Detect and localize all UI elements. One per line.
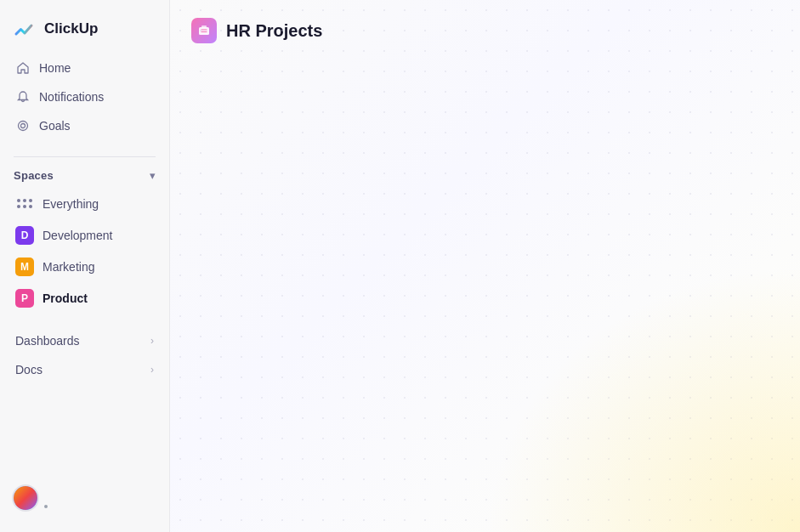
docs-left: Docs: [15, 363, 43, 376]
svg-point-1: [21, 124, 26, 128]
main-header: HR Projects: [170, 0, 800, 58]
goals-icon: [15, 118, 31, 133]
svg-point-0: [19, 122, 28, 131]
grid-dots-icon: [15, 195, 34, 213]
page-icon: [190, 17, 218, 44]
space-badge-product: P: [15, 289, 34, 308]
nav-goals[interactable]: Goals: [7, 112, 162, 139]
avatar[interactable]: [12, 484, 39, 512]
svg-rect-3: [201, 25, 207, 28]
space-badge-marketing: M: [15, 258, 34, 276]
spaces-title: Spaces: [14, 169, 54, 182]
space-everything-label: Everything: [43, 197, 99, 211]
docs-label: Docs: [15, 363, 43, 376]
nav-goals-label: Goals: [39, 119, 71, 133]
space-item-everything[interactable]: Everything: [7, 189, 162, 219]
nav-notifications[interactable]: Notifications: [7, 83, 162, 110]
main-content: HR Projects: [170, 0, 800, 532]
bottom-item-dashboards[interactable]: Dashboards ›: [7, 327, 162, 354]
sidebar-footer[interactable]: [0, 474, 169, 522]
space-development-label: Development: [43, 229, 113, 242]
space-item-product[interactable]: P Product: [7, 283, 162, 314]
logo-area[interactable]: ClickUp: [0, 10, 169, 54]
clickup-logo-icon: [14, 17, 37, 41]
nav-items: Home Notifications Goals: [0, 54, 169, 139]
home-icon: [15, 60, 31, 76]
nav-home[interactable]: Home: [7, 54, 162, 82]
chevron-down-icon: ▾: [150, 169, 156, 182]
divider-1: [14, 156, 156, 157]
space-item-marketing[interactable]: M Marketing: [7, 252, 162, 282]
avatar-image: [14, 486, 37, 510]
nav-notifications-label: Notifications: [39, 90, 104, 104]
bottom-item-docs[interactable]: Docs ›: [7, 356, 162, 383]
logo-text: ClickUp: [44, 20, 98, 37]
space-badge-development: D: [15, 226, 34, 245]
hr-projects-icon: [191, 18, 217, 43]
sidebar: ClickUp Home Notifications: [0, 0, 170, 532]
dashboards-left: Dashboards: [15, 334, 80, 348]
space-item-development[interactable]: D Development: [7, 220, 162, 251]
nav-home-label: Home: [39, 61, 71, 75]
page-title: HR Projects: [226, 21, 322, 41]
chevron-right-icon-docs: ›: [150, 364, 154, 376]
dashboards-label: Dashboards: [15, 334, 80, 348]
svg-rect-2: [199, 27, 209, 35]
space-marketing-label: Marketing: [43, 260, 94, 274]
avatar-status-indicator: [43, 503, 49, 510]
spaces-header[interactable]: Spaces ▾: [0, 164, 169, 187]
chevron-right-icon-dashboards: ›: [150, 335, 154, 347]
space-product-label: Product: [43, 291, 88, 305]
spaces-list: Everything D Development M Marketing P P…: [0, 189, 169, 314]
bell-icon: [15, 89, 31, 105]
bottom-sections: Dashboards › Docs ›: [0, 327, 169, 383]
